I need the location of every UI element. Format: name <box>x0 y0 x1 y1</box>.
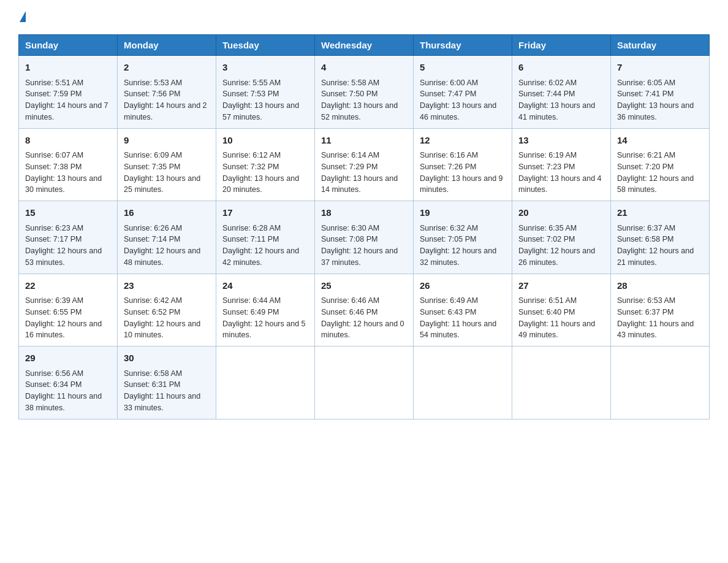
calendar-table: SundayMondayTuesdayWednesdayThursdayFrid… <box>18 34 710 419</box>
day-number: 13 <box>518 134 604 148</box>
day-number: 12 <box>420 134 506 148</box>
header-thursday: Thursday <box>414 35 512 56</box>
calendar-cell: 7Sunrise: 6:05 AMSunset: 7:41 PMDaylight… <box>611 56 710 129</box>
calendar-header-row: SundayMondayTuesdayWednesdayThursdayFrid… <box>19 35 710 56</box>
day-number: 11 <box>321 134 407 148</box>
day-info: Sunrise: 6:07 AMSunset: 7:38 PMDaylight:… <box>25 150 111 196</box>
day-info: Sunrise: 6:26 AMSunset: 7:14 PMDaylight:… <box>124 223 210 269</box>
day-number: 14 <box>617 134 703 148</box>
calendar-cell: 17Sunrise: 6:28 AMSunset: 7:11 PMDayligh… <box>216 201 315 274</box>
header-sunday: Sunday <box>19 35 118 56</box>
day-number: 26 <box>420 279 506 293</box>
calendar-cell: 22Sunrise: 6:39 AMSunset: 6:55 PMDayligh… <box>19 274 118 347</box>
day-number: 15 <box>25 206 111 220</box>
day-info: Sunrise: 6:19 AMSunset: 7:23 PMDaylight:… <box>518 150 604 196</box>
day-info: Sunrise: 6:56 AMSunset: 6:34 PMDaylight:… <box>25 368 111 414</box>
day-info: Sunrise: 6:21 AMSunset: 7:20 PMDaylight:… <box>617 150 703 196</box>
calendar-week-row: 8Sunrise: 6:07 AMSunset: 7:38 PMDaylight… <box>19 128 710 201</box>
day-info: Sunrise: 6:35 AMSunset: 7:02 PMDaylight:… <box>518 223 604 269</box>
day-info: Sunrise: 6:49 AMSunset: 6:43 PMDaylight:… <box>420 295 506 341</box>
day-info: Sunrise: 6:51 AMSunset: 6:40 PMDaylight:… <box>518 295 604 341</box>
day-number: 4 <box>321 61 407 75</box>
calendar-cell: 21Sunrise: 6:37 AMSunset: 6:58 PMDayligh… <box>611 201 710 274</box>
day-number: 23 <box>124 279 210 293</box>
day-number: 27 <box>518 279 604 293</box>
calendar-cell <box>315 347 414 419</box>
calendar-cell: 8Sunrise: 6:07 AMSunset: 7:38 PMDaylight… <box>19 128 118 201</box>
page-header <box>18 12 710 23</box>
day-number: 30 <box>124 351 210 366</box>
calendar-cell: 3Sunrise: 5:55 AMSunset: 7:53 PMDaylight… <box>216 56 315 129</box>
day-info: Sunrise: 5:55 AMSunset: 7:53 PMDaylight:… <box>222 77 308 123</box>
day-info: Sunrise: 6:46 AMSunset: 6:46 PMDaylight:… <box>321 295 407 341</box>
day-info: Sunrise: 6:05 AMSunset: 7:41 PMDaylight:… <box>617 77 703 123</box>
calendar-cell: 27Sunrise: 6:51 AMSunset: 6:40 PMDayligh… <box>512 274 611 347</box>
day-number: 9 <box>124 134 210 148</box>
calendar-cell: 26Sunrise: 6:49 AMSunset: 6:43 PMDayligh… <box>414 274 512 347</box>
calendar-cell: 14Sunrise: 6:21 AMSunset: 7:20 PMDayligh… <box>611 128 710 201</box>
header-wednesday: Wednesday <box>315 35 414 56</box>
calendar-cell: 18Sunrise: 6:30 AMSunset: 7:08 PMDayligh… <box>315 201 414 274</box>
day-number: 21 <box>617 206 703 220</box>
day-info: Sunrise: 6:44 AMSunset: 6:49 PMDaylight:… <box>222 295 308 341</box>
day-info: Sunrise: 6:16 AMSunset: 7:26 PMDaylight:… <box>420 150 506 196</box>
day-number: 2 <box>124 61 210 75</box>
day-number: 20 <box>518 206 604 220</box>
day-number: 25 <box>321 279 407 293</box>
calendar-cell: 28Sunrise: 6:53 AMSunset: 6:37 PMDayligh… <box>611 274 710 347</box>
day-info: Sunrise: 5:53 AMSunset: 7:56 PMDaylight:… <box>124 77 210 123</box>
calendar-cell: 20Sunrise: 6:35 AMSunset: 7:02 PMDayligh… <box>512 201 611 274</box>
day-info: Sunrise: 6:53 AMSunset: 6:37 PMDaylight:… <box>617 295 703 341</box>
calendar-cell <box>512 347 611 419</box>
day-info: Sunrise: 5:51 AMSunset: 7:59 PMDaylight:… <box>25 77 111 123</box>
day-number: 3 <box>222 61 308 75</box>
day-info: Sunrise: 6:09 AMSunset: 7:35 PMDaylight:… <box>124 150 210 196</box>
calendar-cell: 16Sunrise: 6:26 AMSunset: 7:14 PMDayligh… <box>118 201 216 274</box>
calendar-cell: 5Sunrise: 6:00 AMSunset: 7:47 PMDaylight… <box>414 56 512 129</box>
calendar-cell: 30Sunrise: 6:58 AMSunset: 6:31 PMDayligh… <box>118 347 216 419</box>
calendar-cell: 2Sunrise: 5:53 AMSunset: 7:56 PMDaylight… <box>118 56 216 129</box>
logo <box>18 12 26 23</box>
calendar-cell <box>414 347 512 419</box>
day-info: Sunrise: 6:02 AMSunset: 7:44 PMDaylight:… <box>518 77 604 123</box>
calendar-cell: 25Sunrise: 6:46 AMSunset: 6:46 PMDayligh… <box>315 274 414 347</box>
day-info: Sunrise: 6:42 AMSunset: 6:52 PMDaylight:… <box>124 295 210 341</box>
day-number: 18 <box>321 206 407 220</box>
calendar-week-row: 15Sunrise: 6:23 AMSunset: 7:17 PMDayligh… <box>19 201 710 274</box>
calendar-cell <box>216 347 315 419</box>
calendar-cell: 10Sunrise: 6:12 AMSunset: 7:32 PMDayligh… <box>216 128 315 201</box>
calendar-cell: 15Sunrise: 6:23 AMSunset: 7:17 PMDayligh… <box>19 201 118 274</box>
day-number: 7 <box>617 61 703 75</box>
calendar-week-row: 29Sunrise: 6:56 AMSunset: 6:34 PMDayligh… <box>19 347 710 419</box>
day-info: Sunrise: 6:37 AMSunset: 6:58 PMDaylight:… <box>617 223 703 269</box>
calendar-cell: 12Sunrise: 6:16 AMSunset: 7:26 PMDayligh… <box>414 128 512 201</box>
day-info: Sunrise: 6:30 AMSunset: 7:08 PMDaylight:… <box>321 223 407 269</box>
day-info: Sunrise: 6:39 AMSunset: 6:55 PMDaylight:… <box>25 295 111 341</box>
day-number: 10 <box>222 134 308 148</box>
day-number: 19 <box>420 206 506 220</box>
calendar-cell: 11Sunrise: 6:14 AMSunset: 7:29 PMDayligh… <box>315 128 414 201</box>
day-number: 28 <box>617 279 703 293</box>
day-info: Sunrise: 6:28 AMSunset: 7:11 PMDaylight:… <box>222 223 308 269</box>
day-number: 29 <box>25 351 111 366</box>
day-number: 8 <box>25 134 111 148</box>
calendar-cell: 24Sunrise: 6:44 AMSunset: 6:49 PMDayligh… <box>216 274 315 347</box>
day-number: 6 <box>518 61 604 75</box>
calendar-cell: 19Sunrise: 6:32 AMSunset: 7:05 PMDayligh… <box>414 201 512 274</box>
day-info: Sunrise: 6:23 AMSunset: 7:17 PMDaylight:… <box>25 223 111 269</box>
calendar-week-row: 1Sunrise: 5:51 AMSunset: 7:59 PMDaylight… <box>19 56 710 129</box>
day-number: 24 <box>222 279 308 293</box>
header-monday: Monday <box>118 35 216 56</box>
day-info: Sunrise: 6:12 AMSunset: 7:32 PMDaylight:… <box>222 150 308 196</box>
day-info: Sunrise: 6:32 AMSunset: 7:05 PMDaylight:… <box>420 223 506 269</box>
calendar-cell: 6Sunrise: 6:02 AMSunset: 7:44 PMDaylight… <box>512 56 611 129</box>
header-saturday: Saturday <box>611 35 710 56</box>
day-number: 22 <box>25 279 111 293</box>
day-info: Sunrise: 6:00 AMSunset: 7:47 PMDaylight:… <box>420 77 506 123</box>
calendar-cell: 9Sunrise: 6:09 AMSunset: 7:35 PMDaylight… <box>118 128 216 201</box>
calendar-cell: 23Sunrise: 6:42 AMSunset: 6:52 PMDayligh… <box>118 274 216 347</box>
header-tuesday: Tuesday <box>216 35 315 56</box>
calendar-cell: 1Sunrise: 5:51 AMSunset: 7:59 PMDaylight… <box>19 56 118 129</box>
header-friday: Friday <box>512 35 611 56</box>
logo-triangle-icon <box>20 11 26 22</box>
